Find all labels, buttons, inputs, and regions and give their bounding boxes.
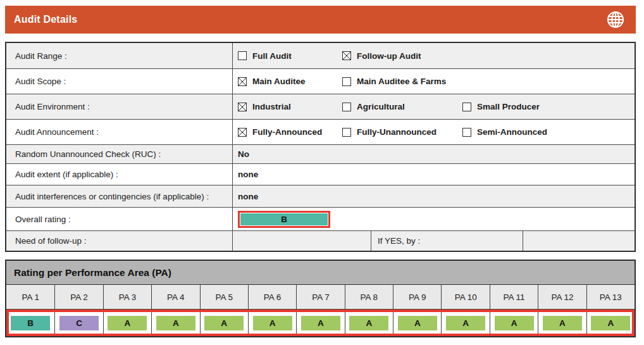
- options-group: Main AuditeeMain Auditee & Farms: [238, 77, 635, 86]
- pa-rating-cell: C: [54, 310, 102, 336]
- row-options: Fully-AnnouncedFully-UnannouncedSemi-Ann…: [233, 120, 635, 144]
- pa-column-header-pa-2: PA 2: [54, 285, 102, 309]
- pa-rating-badge: A: [108, 316, 147, 330]
- pa-ratings-section: Rating per Performance Area (PA) PA 1PA …: [5, 260, 636, 337]
- row-label: Audit Announcement :: [6, 120, 233, 144]
- pa-column-header-pa-13: PA 13: [586, 285, 635, 309]
- pa-rating-cell: B: [6, 310, 54, 336]
- checkbox-label: Fully-Announced: [252, 127, 322, 137]
- checked-checkbox-main-auditee[interactable]: [238, 77, 247, 86]
- pa-rating-cell: A: [103, 310, 151, 336]
- pa-rating-badge: A: [156, 316, 195, 330]
- pa-column-header-pa-6: PA 6: [248, 285, 296, 309]
- audit-row-audit-interferences-or-contingencies-if-applicable: Audit interferences or contingencies (if…: [6, 185, 635, 207]
- checkbox-label: Small Producer: [477, 102, 540, 111]
- pa-column-header-pa-11: PA 11: [490, 285, 538, 309]
- unchecked-checkbox-main-auditee-farms[interactable]: [342, 77, 351, 86]
- option-small-producer: Small Producer: [462, 102, 540, 111]
- pa-rating-badge: B: [11, 316, 50, 330]
- pa-rating-badge: A: [349, 316, 388, 330]
- option-main-auditee-farms: Main Auditee & Farms: [342, 77, 462, 86]
- pa-column-header-pa-1: PA 1: [6, 285, 54, 309]
- pa-column-header-pa-12: PA 12: [538, 285, 586, 309]
- option-fully-announced: Fully-Announced: [238, 127, 342, 137]
- pa-rating-cell: A: [441, 310, 489, 336]
- row-label: Audit Environment :: [6, 94, 233, 119]
- audit-row-random-unannounced-check-ruc: Random Unannounced Check (RUC) :No: [6, 144, 635, 163]
- options-group: Full AuditFollow-up Audit: [238, 51, 635, 61]
- pa-column-header-pa-3: PA 3: [103, 285, 151, 309]
- options-group: IndustrialAgriculturalSmall Producer: [238, 102, 635, 111]
- row-label: Audit Range :: [6, 43, 233, 68]
- pa-section-title: Rating per Performance Area (PA): [6, 261, 635, 285]
- pa-column-header-pa-10: PA 10: [441, 285, 489, 309]
- header-bar: Audit Details: [5, 6, 636, 34]
- globe-icon[interactable]: [605, 9, 626, 30]
- option-semi-announced: Semi-Announced: [462, 127, 547, 137]
- option-main-auditee: Main Auditee: [238, 77, 342, 86]
- option-agricultural: Agricultural: [342, 102, 462, 111]
- pa-rating-cell: A: [151, 310, 199, 336]
- row-label: Audit interferences or contingencies (if…: [6, 185, 233, 207]
- checkbox-label: Main Auditee: [252, 77, 306, 86]
- unchecked-checkbox-semi-announced[interactable]: [462, 128, 471, 137]
- follow-up-cells: If YES, by :: [233, 231, 635, 251]
- pa-rating-cell: A: [586, 310, 635, 336]
- audit-row-audit-range: Audit Range :Full AuditFollow-up Audit: [6, 43, 635, 68]
- row-value: none: [233, 185, 635, 207]
- pa-rating-badge: A: [591, 316, 630, 330]
- pa-rating-badge: A: [301, 316, 340, 330]
- pa-rating-cell: A: [200, 310, 248, 336]
- page-title: Audit Details: [14, 14, 605, 25]
- follow-up-empty-cell: [523, 231, 635, 251]
- pa-rating-cell: A: [296, 310, 344, 336]
- unchecked-checkbox-fully-unannounced[interactable]: [342, 128, 351, 137]
- option-full-audit: Full Audit: [238, 51, 342, 61]
- audit-row-audit-extent-if-applicable: Audit extent (if applicable) :none: [6, 163, 635, 185]
- checked-checkbox-fully-announced[interactable]: [238, 128, 247, 137]
- unchecked-checkbox-full-audit[interactable]: [238, 51, 247, 60]
- option-industrial: Industrial: [238, 102, 342, 111]
- overall-rating-highlight-frame: B: [238, 211, 330, 228]
- pa-ratings-row: BCAAAAAAAAAAA: [6, 310, 635, 336]
- pa-rating-cell: A: [345, 310, 393, 336]
- pa-rating-cell: A: [490, 310, 538, 336]
- pa-column-header-pa-4: PA 4: [151, 285, 199, 309]
- unchecked-checkbox-small-producer[interactable]: [462, 103, 471, 111]
- unchecked-checkbox-agricultural[interactable]: [342, 103, 351, 111]
- checked-checkbox-industrial[interactable]: [238, 103, 247, 111]
- audit-row-audit-announcement: Audit Announcement :Fully-AnnouncedFully…: [6, 119, 635, 144]
- pa-rating-badge: C: [59, 316, 99, 330]
- checkbox-label: Fully-Unannounced: [357, 127, 437, 137]
- row-options: IndustrialAgriculturalSmall Producer: [233, 94, 635, 119]
- audit-row-need-of-follow-up: Need of follow-up :If YES, by :: [6, 230, 635, 251]
- audit-row-audit-scope: Audit Scope :Main AuditeeMain Auditee & …: [6, 68, 635, 94]
- pa-rating-badge: A: [543, 316, 582, 330]
- audit-row-overall-rating: Overall rating :B: [6, 207, 635, 230]
- pa-column-header-pa-9: PA 9: [393, 285, 441, 309]
- pa-column-header-pa-8: PA 8: [345, 285, 393, 309]
- pa-rating-badge: A: [204, 316, 244, 330]
- row-options: Main AuditeeMain Auditee & Farms: [233, 69, 635, 94]
- checkbox-label: Industrial: [252, 102, 291, 111]
- pa-rating-cell: A: [393, 310, 441, 336]
- options-group: Fully-AnnouncedFully-UnannouncedSemi-Ann…: [238, 127, 635, 137]
- pa-column-header-pa-7: PA 7: [296, 285, 344, 309]
- checkbox-label: Agricultural: [357, 102, 405, 111]
- row-options: Full AuditFollow-up Audit: [233, 43, 635, 68]
- pa-rating-badge: A: [446, 316, 485, 330]
- row-value: No: [233, 145, 635, 163]
- checked-checkbox-follow-up-audit[interactable]: [342, 51, 351, 60]
- checkbox-label: Main Auditee & Farms: [357, 77, 446, 86]
- pa-header-row: PA 1PA 2PA 3PA 4PA 5PA 6PA 7PA 8PA 9PA 1…: [6, 285, 635, 310]
- pa-column-header-pa-5: PA 5: [200, 285, 248, 309]
- audit-row-audit-environment: Audit Environment :IndustrialAgricultura…: [6, 94, 635, 119]
- row-value: none: [233, 164, 635, 185]
- row-label: Need of follow-up :: [6, 231, 233, 251]
- option-fully-unannounced: Fully-Unannounced: [342, 127, 462, 137]
- row-label: Overall rating :: [6, 208, 233, 230]
- row-label: Random Unannounced Check (RUC) :: [6, 145, 233, 163]
- page: Audit Details Audit Range :Full AuditFol…: [5, 0, 636, 337]
- follow-up-sublabel: If YES, by :: [371, 231, 523, 251]
- follow-up-empty-cell: [233, 231, 371, 251]
